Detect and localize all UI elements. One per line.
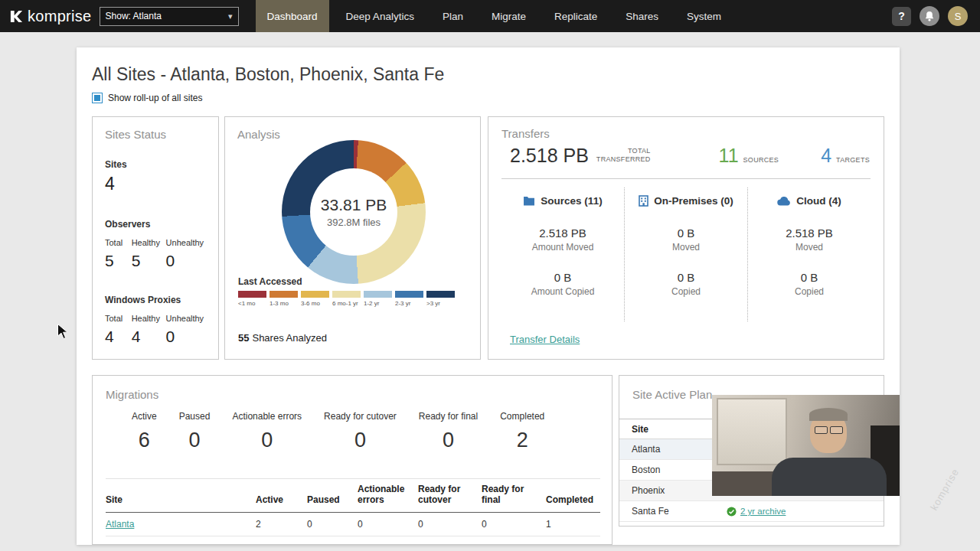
last-accessed-legend: <1 mo 1-3 mo 3-6 mo 6 mo-1 yr 1-2 yr 2-3… — [238, 291, 455, 307]
sites-status-title: Sites Status — [105, 128, 206, 141]
legend-swatch — [301, 291, 329, 298]
legend-swatch — [395, 291, 423, 298]
migrations-table: Site Active Paused Actionable errors Rea… — [106, 478, 600, 536]
analysis-title: Analysis — [237, 128, 280, 141]
targets-count: 4 — [821, 146, 831, 165]
migrations-panel: Migrations Active6 Paused0 Actionable er… — [92, 375, 612, 545]
building-icon — [639, 195, 648, 207]
onprem-moved-value: 0 B — [625, 227, 747, 240]
transfers-onprem-column: On-Premises (0) 0 B Moved 0 B Copied — [624, 187, 747, 321]
migrations-table-header: Site Active Paused Actionable errors Rea… — [106, 479, 600, 513]
analysis-donut: 33.81 PB 392.8M files — [282, 140, 426, 284]
rollup-checkbox[interactable] — [92, 93, 103, 103]
legend-swatch — [332, 291, 361, 298]
proxies-unhealthy-value: 0 — [166, 328, 206, 346]
webcam-window-light — [717, 398, 787, 465]
komprise-watermark: komprise — [928, 466, 961, 512]
transfer-details-link[interactable]: Transfer Details — [510, 334, 580, 345]
legend-item: <1 mo — [238, 291, 266, 307]
site-link-atlanta[interactable]: Atlanta — [106, 519, 134, 530]
legend-swatch — [426, 291, 455, 298]
legend-swatch — [238, 291, 266, 298]
stat-completed: Completed2 — [500, 411, 544, 452]
tab-deep-analytics[interactable]: Deep Analytics — [335, 0, 426, 32]
proxies-healthy-value: 4 — [132, 328, 166, 346]
proxies-total-value: 4 — [105, 328, 132, 346]
sources-column-title: Sources (11) — [541, 195, 602, 207]
tab-migrate[interactable]: Migrate — [480, 0, 537, 32]
observers-unhealthy-value: 0 — [166, 252, 206, 270]
tab-shares[interactable]: Shares — [614, 0, 670, 32]
notifications-button[interactable] — [920, 6, 939, 26]
transfers-sources-column: Sources (11) 2.518 PB Amount Moved 0 B A… — [501, 187, 624, 321]
transfers-title: Transfers — [501, 127, 550, 140]
webcam-person-body — [772, 458, 887, 496]
transfers-panel: Transfers 2.518 PB TOTAL TRANSFERRED 11 … — [488, 116, 884, 360]
shares-analyzed-count: 55 — [238, 332, 249, 344]
tab-replicate[interactable]: Replicate — [543, 0, 609, 32]
shares-analyzed: 55Shares Analyzed — [238, 332, 327, 344]
sources-count-label: SOURCES — [743, 156, 779, 165]
site-selector-value: Show: Atlanta — [106, 11, 162, 21]
cloud-copied-value: 0 B — [748, 271, 871, 284]
observers-label: Observers — [105, 219, 206, 230]
page-title: All Sites - Atlanta, Boston, Phoenix, Sa… — [92, 64, 444, 85]
legend-swatch — [364, 291, 392, 298]
sources-count: 11 — [719, 146, 739, 165]
legend-item: 1-2 yr — [364, 291, 392, 307]
archive-plan-link[interactable]: 2 yr archive — [727, 507, 786, 517]
stat-actionable-errors: Actionable errors0 — [232, 411, 302, 452]
webcam-overlay — [712, 395, 900, 496]
legend-title: Last Accessed — [238, 276, 302, 287]
legend-item: 2-3 yr — [395, 291, 423, 307]
observers-healthy-label: Healthy — [132, 238, 166, 247]
sources-moved-label: Amount Moved — [501, 242, 624, 253]
komprise-logo: komprise — [9, 8, 92, 25]
tab-system[interactable]: System — [675, 0, 733, 32]
mouse-cursor — [57, 323, 70, 341]
observers-stats: Total5 Healthy5 Unhealthy0 — [105, 238, 206, 270]
main-nav-tabs: Dashboard Deep Analytics Plan Migrate Re… — [256, 0, 738, 32]
legend-swatch — [270, 291, 298, 298]
site-row-santa-fe[interactable]: Santa Fe 2 yr archive — [619, 501, 884, 522]
proxies-unhealthy-label: Unhealthy — [166, 314, 206, 323]
stat-ready-final: Ready for final0 — [419, 411, 478, 452]
analysis-panel: Analysis 33.81 PB 392.8M files Last Acce… — [224, 116, 481, 360]
sources-moved-value: 2.518 PB — [501, 227, 624, 240]
rollup-row: Show roll-up of all sites — [92, 93, 202, 103]
proxies-label: Windows Proxies — [105, 295, 206, 305]
onprem-column-title: On-Premises (0) — [654, 195, 733, 207]
targets-count-label: TARGETS — [836, 156, 870, 165]
transfers-summary: 2.518 PB TOTAL TRANSFERRED 11 SOURCES 4 … — [510, 146, 870, 165]
observers-healthy-value: 5 — [132, 252, 166, 270]
webcam-person-hair — [809, 408, 848, 421]
rollup-label: Show roll-up of all sites — [108, 93, 202, 103]
komprise-logo-icon — [9, 9, 24, 24]
checkbox-checked-mark — [94, 95, 100, 101]
sources-copied-value: 0 B — [501, 271, 624, 284]
total-transferred-label: TOTAL TRANSFERRED — [596, 147, 651, 165]
top-nav-bar: komprise Show: Atlanta ▾ Dashboard Deep … — [0, 0, 980, 32]
stat-paused: Paused0 — [179, 411, 211, 452]
proxies-healthy-label: Healthy — [132, 314, 166, 323]
shares-analyzed-label: Shares Analyzed — [252, 332, 327, 344]
tab-dashboard[interactable]: Dashboard — [256, 0, 329, 32]
cloud-column-title: Cloud (4) — [796, 195, 841, 207]
divider — [501, 178, 871, 179]
site-selector-dropdown[interactable]: Show: Atlanta ▾ — [100, 7, 239, 26]
bell-icon — [924, 11, 935, 22]
transfers-columns: Sources (11) 2.518 PB Amount Moved 0 B A… — [501, 187, 871, 321]
webcam-person-glasses — [815, 426, 843, 434]
help-button[interactable]: ? — [892, 7, 911, 26]
legend-item: 1-3 mo — [270, 291, 298, 307]
sites-count: 4 — [105, 174, 206, 194]
donut-total-capacity: 33.81 PB — [321, 196, 387, 214]
tab-plan[interactable]: Plan — [431, 0, 475, 32]
observers-total-label: Total — [105, 238, 132, 247]
user-avatar[interactable]: S — [948, 6, 968, 26]
sources-copied-label: Amount Copied — [501, 286, 624, 297]
cloud-copied-label: Copied — [748, 286, 871, 297]
observers-total-value: 5 — [105, 252, 132, 270]
onprem-moved-label: Moved — [625, 242, 747, 253]
onprem-copied-value: 0 B — [625, 271, 747, 284]
